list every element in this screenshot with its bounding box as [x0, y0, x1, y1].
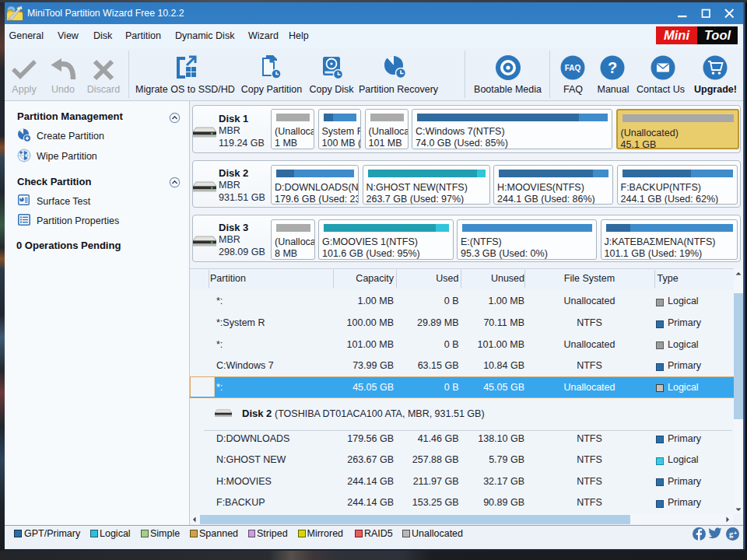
- svg-text:+: +: [733, 530, 736, 535]
- svg-text:FAQ: FAQ: [565, 64, 581, 72]
- svg-text:?: ?: [607, 59, 616, 76]
